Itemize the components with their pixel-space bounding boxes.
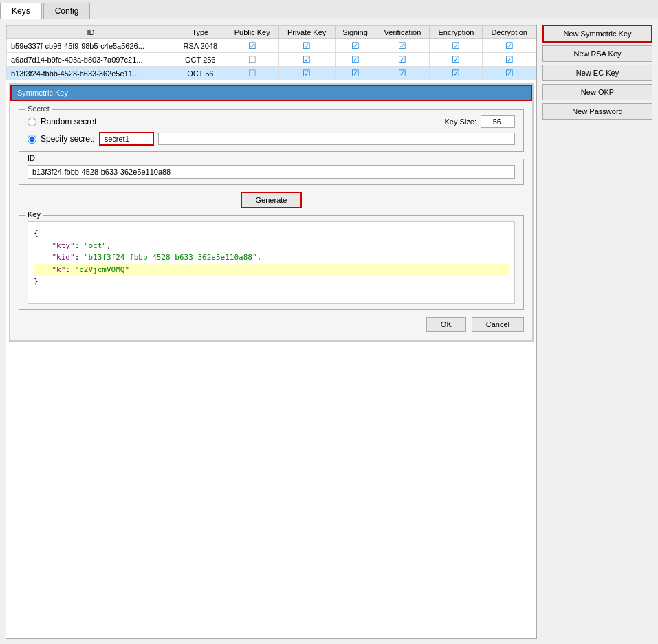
tab-bar: Keys Config: [0, 0, 658, 19]
col-verification: Verification: [375, 26, 430, 39]
secret-input[interactable]: [99, 132, 154, 146]
col-public-key: Public Key: [226, 26, 278, 39]
checkbox-unchecked: ☐: [248, 54, 256, 65]
checkbox-checked: ☑: [505, 68, 514, 78]
id-input[interactable]: [28, 165, 515, 179]
secret-section-label: Secret: [25, 104, 52, 113]
tab-config[interactable]: Config: [43, 3, 91, 19]
col-private-key: Private Key: [278, 26, 335, 39]
symmetric-key-dialog: Symmetric Key Secret Random secret Key S…: [9, 83, 534, 342]
json-k-val: "c2VjcmV0MQ": [75, 265, 129, 274]
json-kid-key: "kid": [52, 253, 75, 262]
checkbox-unchecked: ☐: [248, 68, 256, 78]
right-btn-new-okp[interactable]: New OKP: [542, 84, 652, 100]
cell-type: RSA 2048: [175, 39, 226, 53]
random-secret-radio[interactable]: [28, 118, 36, 126]
col-id: ID: [7, 26, 175, 39]
secret-section: Secret Random secret Key Size: Specify s: [19, 109, 524, 152]
checkbox-checked: ☑: [351, 68, 360, 78]
table-row[interactable]: b13f3f24-fbbb-4528-b633-362e5e11...OCT 5…: [7, 67, 536, 80]
col-signing: Signing: [335, 26, 375, 39]
cell-id: a6ad7d14-b9fe-403a-b803-7a097c21...: [7, 53, 175, 67]
checkbox-checked: ☑: [248, 41, 256, 51]
dialog-title: Symmetric Key: [10, 85, 532, 101]
key-size-label: Key Size:: [445, 118, 476, 126]
cell-id: b59e337f-cb98-45f9-98b5-c4e5a5626...: [7, 39, 175, 53]
generate-area: Generate: [19, 192, 524, 208]
random-secret-row: Random secret Key Size:: [28, 115, 515, 128]
json-kty-key: "kty": [52, 241, 75, 250]
json-kty-val: "oct": [84, 241, 107, 250]
checkbox-checked: ☑: [303, 68, 311, 78]
id-section-label: ID: [25, 154, 38, 162]
right-btn-new-password[interactable]: New Password: [542, 103, 652, 120]
key-size-input[interactable]: [481, 115, 515, 128]
dialog-buttons: OK Cancel: [19, 317, 524, 332]
checkbox-checked: ☑: [303, 54, 311, 65]
json-kid-val: "b13f3f24-fbbb-4528-b633-362e5e110a88": [84, 253, 257, 262]
checkbox-checked: ☑: [505, 54, 514, 65]
json-k-key: "k": [52, 265, 66, 274]
cell-type: OCT 256: [175, 53, 226, 67]
cell-id: b13f3f24-fbbb-4528-b633-362e5e11...: [7, 67, 175, 80]
secret-extra-input[interactable]: [158, 133, 515, 145]
checkbox-checked: ☑: [505, 41, 514, 51]
checkbox-checked: ☑: [398, 68, 406, 78]
json-close-brace: }: [34, 277, 39, 286]
generate-button[interactable]: Generate: [241, 192, 303, 208]
checkbox-checked: ☑: [452, 41, 460, 51]
specify-secret-row: Specify secret:: [28, 132, 515, 146]
checkbox-checked: ☑: [452, 54, 460, 65]
id-section: ID: [19, 159, 524, 185]
keys-table: ID Type Public Key Private Key Signing V…: [6, 25, 536, 80]
right-btn-new-rsa-key[interactable]: New RSA Key: [542, 45, 652, 62]
table-row[interactable]: b59e337f-cb98-45f9-98b5-c4e5a5626...RSA …: [7, 39, 536, 53]
main-container: Keys Config ID Type Public Key Private K…: [0, 0, 658, 644]
content-area: ID Type Public Key Private Key Signing V…: [0, 19, 658, 644]
key-display: { "kty": "oct", "kid": "b13f3f24-fbbb-45…: [28, 221, 515, 304]
specify-secret-label: Specify secret:: [41, 134, 95, 144]
table-row[interactable]: a6ad7d14-b9fe-403a-b803-7a097c21...OCT 2…: [7, 53, 536, 67]
key-size-area: Key Size:: [445, 115, 515, 128]
tab-keys[interactable]: Keys: [0, 3, 42, 19]
specify-secret-radio[interactable]: [28, 135, 36, 144]
right-btn-new-symmetric-key[interactable]: New Symmetric Key: [542, 25, 652, 43]
left-panel: ID Type Public Key Private Key Signing V…: [6, 25, 537, 639]
right-panel: New Symmetric KeyNew RSA KeyNew EC KeyNe…: [542, 25, 652, 639]
cell-type: OCT 56: [175, 67, 226, 80]
checkbox-checked: ☑: [303, 41, 311, 51]
cancel-button[interactable]: Cancel: [472, 317, 524, 332]
col-decryption: Decryption: [483, 26, 536, 39]
json-open-brace: {: [34, 229, 39, 238]
random-secret-label: Random secret: [41, 117, 96, 126]
right-btn-new-ec-key[interactable]: New EC Key: [542, 65, 652, 81]
key-section-label: Key: [25, 210, 43, 219]
checkbox-checked: ☑: [351, 54, 360, 65]
checkbox-checked: ☑: [351, 41, 360, 51]
col-encryption: Encryption: [430, 26, 483, 39]
key-section: Key { "kty": "oct", "kid": "b13f3f24-fbb…: [19, 215, 524, 310]
checkbox-checked: ☑: [452, 68, 460, 78]
checkbox-checked: ☑: [398, 41, 406, 51]
col-type: Type: [175, 26, 226, 39]
dialog-body: Secret Random secret Key Size: Specify s: [10, 101, 532, 340]
ok-button[interactable]: OK: [426, 317, 466, 332]
checkbox-checked: ☑: [398, 54, 406, 65]
